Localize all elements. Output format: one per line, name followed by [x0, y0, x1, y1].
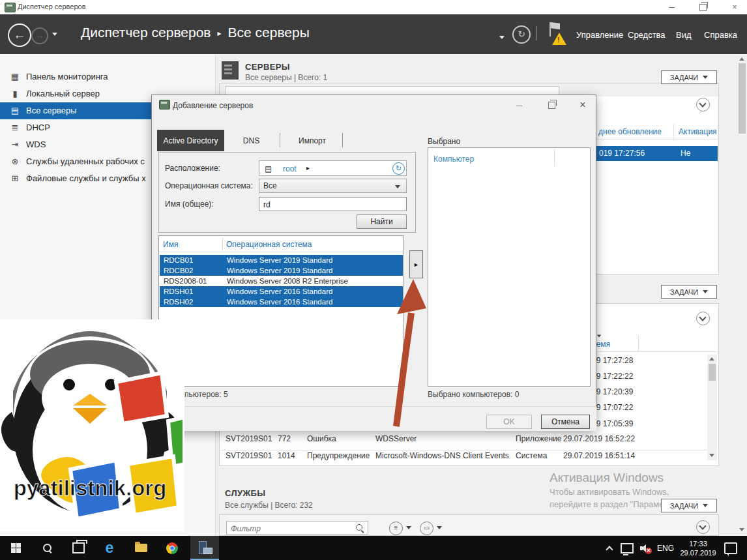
window-minimize-button[interactable]	[660, 0, 682, 14]
services-collapse-chevron-icon[interactable]	[696, 520, 710, 534]
search-icon[interactable]	[356, 524, 364, 533]
services-filter-field[interactable]	[226, 521, 368, 535]
refresh-location-icon[interactable]: ↻	[392, 162, 405, 175]
flag-banner-icon[interactable]	[551, 22, 560, 29]
sidebar-item-dashboard[interactable]: ▦ Панель мониторинга	[0, 68, 215, 85]
clock-time: 17:33	[680, 539, 716, 548]
server-manager-icon	[198, 541, 212, 554]
event-row[interactable]: SVT2019S01 772 Ошибка WDSServer Приложен…	[220, 434, 705, 450]
taskbar-search-button[interactable]	[33, 536, 61, 560]
result-row[interactable]: RDCB01Windows Server 2019 Standard	[160, 255, 403, 265]
caret-down-icon[interactable]	[437, 526, 442, 529]
start-button[interactable]	[1, 536, 30, 560]
tab-import[interactable]: Импорт	[289, 130, 336, 151]
forward-button[interactable]: →	[31, 27, 48, 44]
event-time[interactable]: 19 17:20:39	[592, 387, 633, 396]
caret-down-icon	[703, 504, 708, 507]
back-button[interactable]: ←	[8, 23, 31, 47]
name-input[interactable]	[262, 199, 402, 211]
events-tasks-button[interactable]: ЗАДАЧИ	[661, 285, 717, 299]
network-tray-icon[interactable]	[618, 536, 636, 560]
result-row[interactable]: RDCB02Windows Server 2019 Standard	[160, 265, 403, 276]
found-computers-label: пьютеров: 5	[184, 390, 228, 399]
main-scrollbar[interactable]	[737, 54, 747, 536]
list-view-icon[interactable]: ≡	[389, 522, 403, 535]
location-picker[interactable]: ▤ root ▸ ↻	[259, 160, 407, 176]
results-col-os[interactable]: Операционная система	[226, 240, 312, 249]
tab-active-directory[interactable]: Active Directory	[157, 130, 224, 151]
servers-collapse-chevron-icon[interactable]	[696, 98, 710, 111]
results-col-name[interactable]: Имя	[163, 240, 178, 249]
tab-dns[interactable]: DNS	[230, 130, 272, 151]
menu-tools[interactable]: Средства	[628, 30, 666, 40]
window-restore-button[interactable]	[692, 0, 714, 14]
nav-dropdown-caret-icon[interactable]	[52, 33, 57, 36]
result-row[interactable]: RDSH01Windows Server 2016 Standard	[160, 286, 403, 297]
servers-col-last-update[interactable]: днее обновление	[598, 127, 662, 136]
chrome-button[interactable]	[158, 536, 186, 560]
result-row[interactable]: RDSH02Windows Server 2016 Standard	[160, 297, 403, 307]
language-indicator[interactable]: ENG	[654, 536, 677, 560]
warning-triangle-icon[interactable]: !	[552, 33, 566, 45]
ok-button[interactable]: OK	[486, 415, 532, 429]
folder-icon	[135, 544, 147, 552]
services-filter-input[interactable]	[229, 522, 349, 535]
find-button[interactable]: Найти	[357, 214, 407, 229]
flag-icon[interactable]	[549, 22, 551, 37]
events-collapse-chevron-icon[interactable]	[696, 312, 710, 325]
internet-explorer-button[interactable]: e	[95, 536, 124, 560]
app-header: ← → Диспетчер серверов▸Все серверы ↻ ! У…	[0, 14, 747, 54]
dialog-close-button[interactable]: ×	[571, 96, 594, 113]
location-value[interactable]: root	[283, 164, 297, 173]
menu-view[interactable]: Вид	[676, 30, 692, 40]
main-scrollbar-thumb[interactable]	[739, 63, 746, 134]
file-explorer-button[interactable]	[126, 536, 155, 560]
servers-tasks-button[interactable]: ЗАДАЧИ	[661, 70, 717, 84]
event-time[interactable]: 19 17:27:28	[592, 356, 633, 365]
scroll-up-icon[interactable]	[739, 57, 744, 61]
expand-arrow-icon[interactable]: ▸	[306, 164, 310, 171]
servers-col-activation[interactable]: Активация Win	[679, 127, 718, 136]
caret-down-icon[interactable]	[406, 526, 411, 529]
event-time[interactable]: 19 17:07:22	[592, 403, 633, 412]
services-section-title: СЛУЖБЫ	[225, 488, 266, 498]
os-label: Операционная система:	[165, 181, 253, 190]
scroll-down-icon[interactable]	[709, 454, 714, 457]
event-row[interactable]: SVT2019S01 1014 Предупреждение Microsoft…	[220, 451, 705, 467]
events-scrollbar[interactable]	[707, 355, 717, 460]
volume-tray-icon[interactable]: ✕	[636, 536, 654, 560]
name-field[interactable]	[259, 197, 407, 211]
file-services-icon: ⊞	[8, 170, 22, 187]
menu-help[interactable]: Справка	[704, 30, 737, 40]
penguin-windows-logo: pyatilistnik.org	[0, 319, 184, 531]
window-close-button[interactable]: ×	[724, 0, 746, 14]
result-row[interactable]: RDS2008-01Windows Server 2008 R2 Enterpr…	[160, 276, 403, 286]
refresh-icon[interactable]: ↻	[512, 25, 531, 44]
menu-manage[interactable]: Управление	[576, 30, 623, 40]
scroll-down-icon[interactable]	[739, 528, 744, 531]
action-center-button[interactable]	[720, 536, 742, 560]
search-icon	[42, 543, 52, 553]
dialog-minimize-button[interactable]	[507, 96, 531, 113]
event-time[interactable]: 19 17:05:39	[592, 419, 633, 428]
tray-show-hidden-icons[interactable]	[601, 536, 618, 560]
chevron-up-icon	[607, 545, 613, 551]
os-select[interactable]: Все	[259, 179, 407, 193]
events-scrollbar-thumb[interactable]	[709, 364, 716, 381]
clock[interactable]: 17:33 29.07.2019	[677, 536, 720, 560]
server-manager-taskbar-button[interactable]	[190, 536, 219, 560]
chrome-icon	[166, 542, 178, 554]
dialog-maximize-button[interactable]	[540, 96, 563, 113]
task-view-button[interactable]	[64, 536, 93, 560]
event-time[interactable]: 19 17:22:22	[592, 372, 633, 381]
breadcrumb-separator-icon: ▸	[218, 29, 222, 38]
window-titlebar: Диспетчер серверов ×	[0, 0, 747, 14]
cancel-button[interactable]: Отмена	[541, 415, 590, 429]
breadcrumb-root[interactable]: Диспетчер серверов	[81, 25, 211, 40]
services-tasks-button[interactable]: ЗАДАЧИ	[661, 499, 717, 512]
selected-col-computer[interactable]: Компьютер	[433, 155, 474, 164]
add-selected-button[interactable]: ►	[409, 250, 423, 278]
save-icon[interactable]: ▭	[420, 522, 433, 535]
scroll-up-icon[interactable]	[709, 357, 714, 361]
header-dropdown-caret-icon[interactable]	[499, 36, 505, 39]
